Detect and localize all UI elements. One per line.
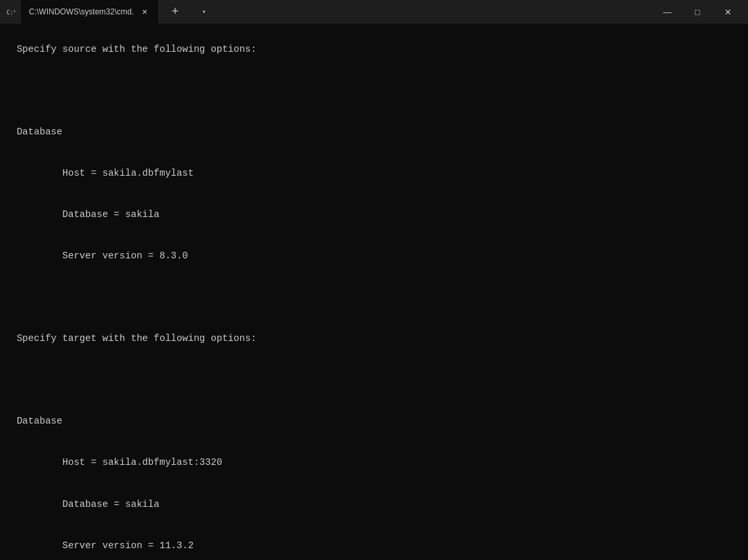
svg-text:C:\: C:\ xyxy=(7,9,15,16)
tab-close-button[interactable]: ✕ xyxy=(139,7,150,18)
active-tab[interactable]: C:\WINDOWS\system32\cmd. ✕ xyxy=(21,0,158,24)
line-db1: Database = sakila xyxy=(16,209,159,220)
cmd-icon: C:\ xyxy=(5,7,16,17)
line-host1: Host = sakila.dbfmylast xyxy=(16,168,194,178)
line-host2: Host = sakila.dbfmylast:3320 xyxy=(16,457,222,468)
line-specify-target: Specify target with the following option… xyxy=(16,333,256,344)
window-controls: — □ ✕ xyxy=(652,0,743,24)
minimize-button[interactable]: — xyxy=(652,0,682,24)
new-tab-button[interactable]: + xyxy=(163,0,187,24)
line-server2: Server version = 11.3.2 xyxy=(16,540,194,551)
line-specify-source: Specify source with the following option… xyxy=(16,44,256,54)
title-bar: C:\ C:\WINDOWS\system32\cmd. ✕ + ▾ — □ ✕ xyxy=(0,0,748,24)
maximize-button[interactable]: □ xyxy=(682,0,713,24)
line-db2: Database = sakila xyxy=(16,499,159,510)
line-server1: Server version = 8.3.0 xyxy=(16,250,188,261)
tab-title: C:\WINDOWS\system32\cmd. xyxy=(29,7,134,16)
close-button[interactable]: ✕ xyxy=(713,0,743,24)
line-database2: Database xyxy=(16,416,62,426)
dropdown-button[interactable]: ▾ xyxy=(192,0,216,24)
terminal-output: Specify source with the following option… xyxy=(0,24,748,560)
line-database1: Database xyxy=(16,127,62,137)
